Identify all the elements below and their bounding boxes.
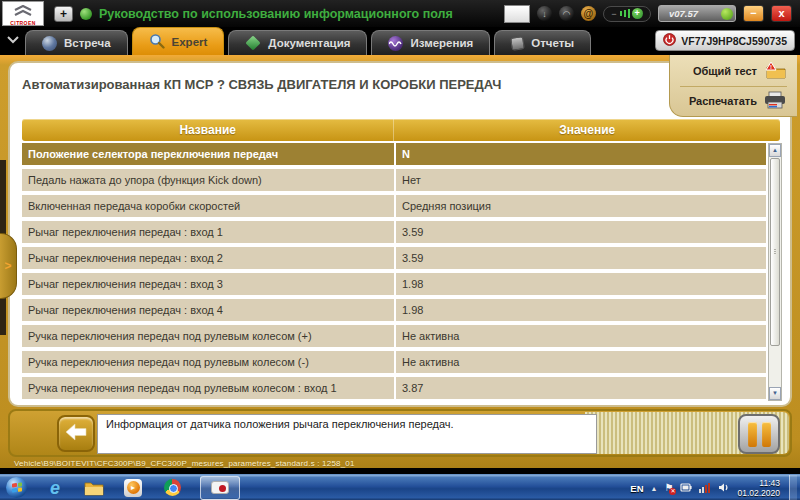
titlebar-controls: ↓ ◠ @ − + v07.57 − x: [504, 5, 800, 23]
table-row[interactable]: Педаль нажата до упора (функция Kick dow…: [22, 169, 766, 191]
row-name: Рычаг переключения передач : вход 1: [22, 221, 394, 243]
tab-label: Измерения: [410, 37, 473, 49]
windows-flag-icon: [12, 482, 22, 492]
table-row[interactable]: Рычаг переключения передач : вход 1 3.59: [22, 221, 766, 243]
row-value: 3.87: [396, 377, 766, 399]
language-indicator[interactable]: EN: [630, 483, 643, 494]
row-name: Ручка переключения передач под рулевым к…: [22, 377, 394, 399]
print-button[interactable]: Распечатать: [670, 88, 797, 114]
table-row[interactable]: Рычаг переключения передач : вход 4 1.98: [22, 299, 766, 321]
scrollbar-thumb[interactable]: [770, 158, 780, 346]
column-header-name: Название: [22, 119, 393, 141]
download-icon[interactable]: ↓: [537, 6, 552, 21]
tab-vstrecha[interactable]: Встреча: [25, 30, 128, 55]
action-center-flag-icon[interactable]: ⚑: [664, 483, 673, 493]
scroll-up-icon[interactable]: ▲: [769, 144, 781, 157]
row-value: Не активна: [396, 351, 766, 373]
clock-time: 11:43: [737, 478, 780, 488]
status-green-icon: [721, 8, 733, 20]
vin-badge[interactable]: VF77J9HP8CJ590735: [655, 30, 795, 51]
row-value: N: [396, 143, 766, 165]
back-arrow-icon: [64, 422, 88, 446]
show-desktop-button[interactable]: [789, 475, 797, 500]
taskbar: e ▸ EN ▲ ⚑ 11: [0, 474, 800, 500]
diagnostic-app-icon: [211, 481, 229, 494]
row-value: Средняя позиция: [396, 195, 766, 217]
speaker-icon[interactable]: [718, 479, 730, 497]
volume-control[interactable]: − +: [603, 6, 651, 22]
tab-dokumentaciya[interactable]: Документация: [228, 30, 367, 55]
main-area: Автоматизированная КП MCP ? СВЯЗЬ ДВИГАТ…: [0, 55, 800, 474]
volume-bar: [624, 10, 626, 17]
volume-plus-icon[interactable]: +: [632, 8, 643, 19]
diagnostic-app-taskbar-button[interactable]: [200, 476, 240, 500]
pause-icon: [748, 422, 757, 447]
table-row[interactable]: Ручка переключения передач под рулевым к…: [22, 377, 766, 399]
table-row[interactable]: Ручка переключения передач под рулевым к…: [22, 325, 766, 347]
network-icon[interactable]: [699, 479, 711, 497]
notes-icon[interactable]: [504, 5, 530, 23]
row-name: Ручка переключения передач под рулевым к…: [22, 351, 394, 373]
tray-expand-icon[interactable]: ▲: [651, 485, 658, 492]
report-icon: [510, 36, 525, 51]
table-row[interactable]: Рычаг переключения передач : вход 2 3.59: [22, 247, 766, 269]
tab-label: Встреча: [64, 37, 111, 49]
table-row[interactable]: Включенная передача коробки скоростей Ср…: [22, 195, 766, 217]
minimize-button[interactable]: −: [743, 5, 764, 22]
clock[interactable]: 11:43 01.02.2020: [737, 478, 780, 498]
dial-icon[interactable]: ◠: [559, 6, 574, 21]
tab-expert[interactable]: Expert: [132, 27, 225, 55]
print-label: Распечатать: [689, 95, 757, 107]
waveform-icon: [388, 36, 403, 51]
page-title: Автоматизированная КП MCP ? СВЯЗЬ ДВИГАТ…: [22, 77, 501, 92]
row-name: Педаль нажата до упора (функция Kick dow…: [22, 169, 394, 191]
table-row[interactable]: Ручка переключения передач под рулевым к…: [22, 351, 766, 373]
vin-number: VF77J9HP8CJ590735: [681, 35, 787, 47]
expand-help-button[interactable]: +: [54, 6, 73, 22]
row-value: Нет: [396, 169, 766, 191]
close-button[interactable]: x: [771, 5, 792, 22]
row-name: Рычаг переключения передач : вход 3: [22, 273, 394, 295]
vertical-scrollbar[interactable]: ▲ ▼: [768, 143, 782, 401]
at-icon[interactable]: @: [581, 6, 596, 21]
internet-explorer-icon[interactable]: e: [44, 477, 66, 499]
row-name: Положение селектора переключения передач: [22, 143, 394, 165]
table-row[interactable]: Рычаг переключения передач : вход 3 1.98: [22, 273, 766, 295]
screen: CITROEN + Руководство по использованию и…: [0, 0, 800, 500]
info-message-box: Информация от датчика положения рычага п…: [97, 414, 597, 454]
help-status-icon: [80, 8, 92, 20]
version-label: v07.57: [669, 8, 721, 19]
row-name: Рычаг переключения передач : вход 2: [22, 247, 394, 269]
chevron-down-icon[interactable]: [7, 30, 19, 48]
volume-bar: [628, 9, 630, 18]
pause-button[interactable]: [738, 414, 780, 454]
start-button[interactable]: [6, 477, 27, 498]
side-actions-panel: Общий тест ! Распечатать: [669, 55, 797, 117]
tab-izmereniya[interactable]: Измерения: [371, 30, 490, 55]
volume-minus-icon[interactable]: −: [611, 9, 616, 19]
side-panel-handle[interactable]: >: [0, 233, 17, 299]
row-name: Рычаг переключения передач : вход 4: [22, 299, 394, 321]
row-name: Ручка переключения передач под рулевым к…: [22, 325, 394, 347]
row-value: 1.98: [396, 273, 766, 295]
table-body: Положение селектора переключения передач…: [22, 143, 766, 403]
file-explorer-icon[interactable]: [83, 477, 105, 499]
chrome-icon[interactable]: [161, 477, 183, 499]
battery-icon[interactable]: [680, 479, 692, 497]
tab-otchety[interactable]: Отчеты: [494, 30, 591, 55]
general-test-button[interactable]: Общий тест !: [670, 58, 797, 85]
media-player-icon[interactable]: ▸: [122, 477, 144, 499]
tab-label: Expert: [172, 36, 208, 48]
titlebar: CITROEN + Руководство по использованию и…: [0, 0, 800, 27]
tab-label: Документация: [268, 37, 350, 49]
svg-text:!: !: [770, 64, 772, 70]
help-title: Руководство по использованию информацион…: [99, 7, 453, 21]
table-row[interactable]: Положение селектора переключения передач…: [22, 143, 766, 165]
general-test-label: Общий тест: [693, 65, 757, 77]
footer-bar: Информация от датчика положения рычага п…: [8, 409, 792, 457]
volume-bar: [620, 11, 622, 16]
back-button[interactable]: [57, 415, 95, 452]
scroll-down-icon[interactable]: ▼: [769, 387, 781, 400]
tab-label: Отчеты: [531, 37, 574, 49]
row-value: 3.59: [396, 221, 766, 243]
